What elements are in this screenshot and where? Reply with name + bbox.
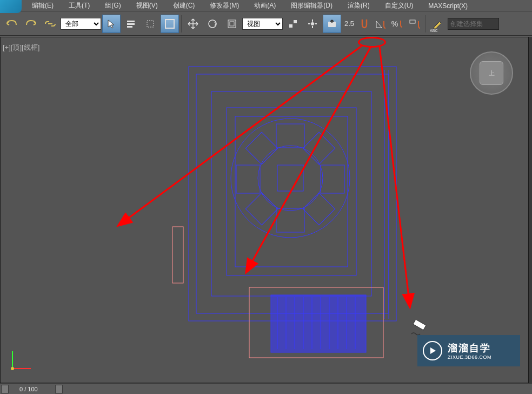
svg-point-45 xyxy=(11,367,14,370)
svg-point-18 xyxy=(258,146,323,211)
menubar: 编辑(E) 工具(T) 组(G) 视图(V) 创建(C) 修改器(M) 动画(A… xyxy=(0,0,532,12)
timeline-prev-button[interactable] xyxy=(1,385,9,393)
svg-rect-21 xyxy=(276,208,304,232)
svg-rect-12 xyxy=(189,67,396,321)
svg-rect-25 xyxy=(303,132,335,164)
watermark-title: 溜溜自学 xyxy=(448,342,491,354)
play-icon xyxy=(423,341,442,360)
menu-tools[interactable]: 工具(T) xyxy=(61,0,97,12)
svg-rect-6 xyxy=(230,22,234,26)
svg-rect-11 xyxy=(410,20,415,23)
keyboard-shortcut-override-button[interactable] xyxy=(323,15,341,33)
menu-rendering[interactable]: 渲染(R) xyxy=(340,0,377,12)
angle-snap-button[interactable] xyxy=(373,15,389,33)
menu-animation[interactable]: 动画(A) xyxy=(247,0,283,12)
annotation-circle xyxy=(358,37,386,48)
svg-rect-26 xyxy=(245,193,277,225)
ref-coord-system-dropdown[interactable]: 视图 xyxy=(242,18,283,30)
timeline: 0 / 100 xyxy=(0,383,532,394)
menu-views[interactable]: 视图(V) xyxy=(129,0,165,12)
viewport-content xyxy=(1,37,529,384)
move-button[interactable] xyxy=(184,15,202,33)
select-object-button[interactable] xyxy=(102,15,121,33)
svg-rect-13 xyxy=(196,74,389,313)
svg-point-9 xyxy=(311,22,314,25)
separator xyxy=(181,15,182,32)
menu-graph-editors[interactable]: 图形编辑器(D) xyxy=(283,0,340,12)
select-region-rect-button[interactable] xyxy=(141,15,159,33)
window-crossing-icon xyxy=(165,19,175,29)
use-pivot-button[interactable] xyxy=(284,15,302,33)
timeline-position: 0 / 100 xyxy=(10,386,54,392)
rotate-button[interactable] xyxy=(203,15,222,33)
axis-gizmo xyxy=(8,348,33,373)
svg-point-17 xyxy=(231,119,350,238)
link-button[interactable] xyxy=(41,15,59,33)
watermark-subtitle: ZIXUE.3D66.COM xyxy=(448,354,491,360)
viewport[interactable]: [+][顶][线框] xyxy=(0,37,529,383)
svg-rect-3 xyxy=(147,21,154,27)
selection-set-input[interactable] xyxy=(448,18,499,30)
window-crossing-button[interactable] xyxy=(161,15,179,33)
abc-label: ABC xyxy=(430,29,437,32)
timeline-next-button[interactable] xyxy=(55,385,63,393)
menu-customize[interactable]: 自定义(U) xyxy=(377,0,421,12)
spinner-snap-button[interactable] xyxy=(407,15,423,33)
menu-create[interactable]: 创建(C) xyxy=(165,0,203,12)
svg-rect-16 xyxy=(235,116,348,267)
menu-maxscript[interactable]: MAXScript(X) xyxy=(421,1,475,11)
viewcube[interactable]: 上 xyxy=(470,51,513,95)
svg-rect-46 xyxy=(413,320,426,330)
svg-rect-1 xyxy=(127,23,135,25)
svg-rect-15 xyxy=(227,108,356,275)
menu-group[interactable]: 组(G) xyxy=(97,0,128,12)
percent-snap-button[interactable]: % xyxy=(390,15,406,33)
svg-rect-0 xyxy=(127,21,135,22)
svg-rect-30 xyxy=(271,295,366,352)
svg-rect-19 xyxy=(277,165,303,191)
edit-named-selection-button[interactable]: ABC xyxy=(428,15,447,33)
svg-rect-5 xyxy=(228,20,236,28)
svg-rect-7 xyxy=(289,24,292,28)
app-icon xyxy=(0,0,22,13)
percent-icon: % xyxy=(391,19,398,28)
svg-rect-23 xyxy=(321,165,344,193)
svg-rect-20 xyxy=(276,124,304,148)
main-toolbar: 全部 视图 2.5 % xyxy=(0,12,532,36)
svg-rect-27 xyxy=(303,193,335,225)
select-by-name-button[interactable] xyxy=(122,15,140,33)
svg-rect-24 xyxy=(245,132,277,164)
vertical-scrollbar[interactable] xyxy=(529,37,532,383)
viewcube-face[interactable]: 上 xyxy=(480,61,503,85)
redo-button[interactable] xyxy=(22,15,40,33)
selection-filter-dropdown[interactable]: 全部 xyxy=(61,18,101,30)
svg-point-4 xyxy=(209,20,216,28)
undo-button[interactable] xyxy=(2,15,21,33)
snap-toggle-button[interactable] xyxy=(357,15,371,33)
scale-button[interactable] xyxy=(223,15,241,33)
select-manipulate-button[interactable] xyxy=(303,15,322,33)
watermark: 溜溜自学 ZIXUE.3D66.COM xyxy=(417,335,520,366)
menu-edit[interactable]: 编辑(E) xyxy=(24,0,61,12)
separator xyxy=(425,15,426,32)
menu-modifiers[interactable]: 修改器(M) xyxy=(202,0,247,12)
svg-rect-8 xyxy=(294,20,297,23)
svg-rect-2 xyxy=(127,26,132,28)
svg-rect-28 xyxy=(172,227,183,283)
snap-spinner-value: 2.5 xyxy=(342,19,356,28)
svg-rect-22 xyxy=(236,165,260,193)
